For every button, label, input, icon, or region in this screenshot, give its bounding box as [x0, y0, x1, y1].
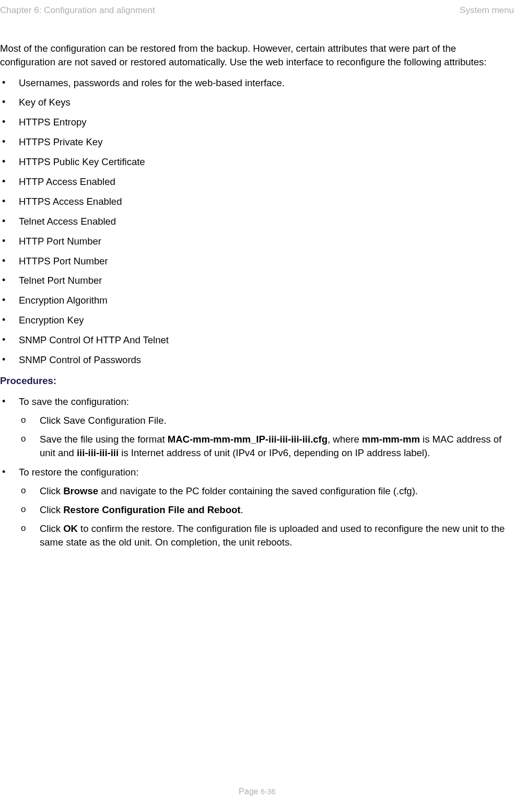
attributes-list: Usernames, passwords and roles for the w… — [0, 76, 514, 367]
page-footer: Page 6-36 — [0, 786, 514, 797]
sub-step: Click Browse and navigate to the PC fold… — [19, 484, 514, 498]
sub-steps: Click Browse and navigate to the PC fold… — [19, 484, 514, 549]
bold-text: Restore Configuration File and Reboot — [63, 504, 240, 515]
list-item: Telnet Access Enabled — [0, 215, 514, 228]
list-item: Encryption Algorithm — [0, 294, 514, 307]
bold-text: OK — [63, 523, 78, 534]
sub-step: Save the file using the format MAC-mm-mm… — [19, 433, 514, 460]
page-header: Chapter 6: Configuration and alignment S… — [0, 0, 514, 17]
header-section: System menu — [460, 4, 514, 17]
sub-step: Click Restore Configuration File and Reb… — [19, 503, 514, 517]
list-item: SNMP Control of Passwords — [0, 353, 514, 367]
list-item: HTTP Access Enabled — [0, 175, 514, 189]
list-item: Usernames, passwords and roles for the w… — [0, 76, 514, 90]
list-item: Encryption Key — [0, 314, 514, 327]
text-fragment: , where — [328, 434, 362, 445]
procedures-heading: Procedures: — [0, 374, 514, 388]
list-item: HTTPS Access Enabled — [0, 195, 514, 208]
page-number: 6-36 — [261, 787, 275, 796]
sub-step: Click OK to confirm the restore. The con… — [19, 522, 514, 549]
list-item: HTTPS Public Key Certificate — [0, 155, 514, 169]
text-fragment: is Internet address of unit (IPv4 or IPv… — [119, 447, 430, 458]
bold-text: MAC-mm-mm-mm_IP-iii-iii-iii-iii.cfg — [168, 434, 328, 445]
intro-paragraph: Most of the configuration can be restore… — [0, 42, 514, 69]
list-item: Telnet Port Number — [0, 274, 514, 287]
procedure-restore: To restore the configuration: Click Brow… — [0, 466, 514, 549]
page-label: Page — [239, 787, 261, 796]
procedure-title: To save the configuration: — [19, 396, 129, 407]
list-item: HTTPS Private Key — [0, 135, 514, 149]
header-chapter: Chapter 6: Configuration and alignment — [0, 4, 155, 17]
list-item: HTTPS Entropy — [0, 115, 514, 129]
list-item: HTTP Port Number — [0, 235, 514, 248]
list-item: HTTPS Port Number — [0, 254, 514, 268]
bold-text: mm-mm-mm — [362, 434, 420, 445]
text-fragment: Save the file using the format — [40, 434, 168, 445]
sub-steps: Click Save Configuration File. Save the … — [19, 414, 514, 460]
text-fragment: . — [240, 504, 243, 515]
text-fragment: and navigate to the PC folder containing… — [98, 485, 418, 496]
page-content: Most of the configuration can be restore… — [0, 17, 514, 549]
sub-step: Click Save Configuration File. — [19, 414, 514, 427]
text-fragment: Click — [40, 485, 63, 496]
text-fragment: Click — [40, 523, 63, 534]
procedure-save: To save the configuration: Click Save Co… — [0, 395, 514, 460]
procedures-list: To save the configuration: Click Save Co… — [0, 395, 514, 549]
bold-text: Browse — [63, 485, 98, 496]
bold-text: iii-iii-iii-iii — [77, 447, 119, 458]
text-fragment: Click — [40, 504, 63, 515]
list-item: SNMP Control Of HTTP And Telnet — [0, 333, 514, 347]
text-fragment: to confirm the restore. The configuratio… — [40, 523, 505, 548]
list-item: Key of Keys — [0, 96, 514, 109]
procedure-title: To restore the configuration: — [19, 467, 138, 478]
